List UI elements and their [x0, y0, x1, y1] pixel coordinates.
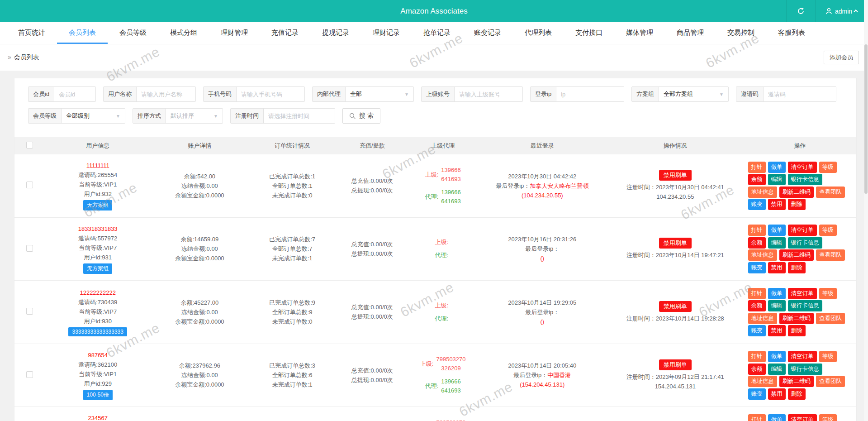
- action-button[interactable]: 禁用: [768, 325, 786, 336]
- select-all-checkbox[interactable]: [26, 142, 33, 148]
- filter-label: 注册时间: [231, 109, 264, 123]
- action-button[interactable]: 打针: [748, 288, 766, 299]
- nav-tab[interactable]: 首页统计: [6, 22, 57, 44]
- action-button[interactable]: 余额: [748, 300, 766, 311]
- member-id-input[interactable]: [54, 87, 95, 101]
- action-button[interactable]: 编辑: [768, 237, 786, 249]
- action-button[interactable]: 银行卡信息: [788, 364, 823, 375]
- action-button[interactable]: 查看团队: [816, 313, 845, 324]
- invite-code-input[interactable]: [764, 87, 836, 101]
- nav-tab[interactable]: 抢单记录: [412, 22, 462, 44]
- action-button[interactable]: 刷新二维码: [779, 376, 814, 387]
- action-button[interactable]: 银行卡信息: [788, 237, 823, 249]
- action-button[interactable]: 查看团队: [816, 376, 845, 387]
- action-button[interactable]: 禁用: [768, 262, 786, 273]
- status-badge[interactable]: 禁用刷单: [659, 170, 692, 181]
- sort-order-select[interactable]: 默认排序▼: [166, 109, 223, 123]
- action-button[interactable]: 刷新二维码: [779, 313, 814, 324]
- action-button[interactable]: 做单: [768, 288, 786, 299]
- nav-tab[interactable]: 媒体管理: [614, 22, 665, 44]
- nav-tab[interactable]: 充值记录: [260, 22, 310, 44]
- nav-tab[interactable]: 客服列表: [766, 22, 817, 44]
- action-button[interactable]: 清空订单: [788, 225, 817, 236]
- action-button[interactable]: 做单: [768, 225, 786, 236]
- status-badge[interactable]: 禁用刷单: [659, 238, 692, 249]
- status-badge[interactable]: 禁用刷单: [659, 301, 692, 312]
- nav-tab[interactable]: 会员等级: [108, 22, 158, 44]
- filter-label: 会员id: [28, 87, 54, 101]
- scrollbar-track[interactable]: [864, 0, 868, 421]
- nav-tab[interactable]: 模式分组: [158, 22, 209, 44]
- login-ip-input[interactable]: [556, 87, 624, 101]
- nav-tab[interactable]: 理财记录: [361, 22, 412, 44]
- action-button[interactable]: 禁用: [768, 388, 786, 400]
- action-button[interactable]: 清空订单: [788, 288, 817, 299]
- phone-input[interactable]: [237, 87, 304, 101]
- action-button[interactable]: 查看团队: [816, 249, 845, 261]
- action-button[interactable]: 刷新二维码: [779, 249, 814, 261]
- action-button[interactable]: 账变: [748, 388, 766, 400]
- refresh-button[interactable]: [786, 0, 815, 22]
- action-button[interactable]: 等级: [819, 288, 837, 299]
- add-member-button[interactable]: 添加会员: [824, 51, 859, 64]
- action-button[interactable]: 刷新二维码: [779, 187, 814, 198]
- action-button[interactable]: 打针: [748, 225, 766, 236]
- action-button[interactable]: 做单: [768, 414, 786, 421]
- nav-tab[interactable]: 支付接口: [564, 22, 614, 44]
- nav-tab[interactable]: 交易控制: [716, 22, 766, 44]
- action-button[interactable]: 地址信息: [748, 376, 777, 387]
- action-button[interactable]: 银行卡信息: [788, 174, 823, 185]
- status-badge[interactable]: 禁用刷单: [659, 359, 692, 370]
- action-button[interactable]: 账变: [748, 199, 766, 210]
- username-input[interactable]: [137, 87, 195, 101]
- plan-group-select[interactable]: 全部方案组▼: [659, 87, 728, 101]
- action-button[interactable]: 地址信息: [748, 313, 777, 324]
- action-button[interactable]: 做单: [768, 162, 786, 173]
- action-button[interactable]: 查看团队: [816, 187, 845, 198]
- action-button[interactable]: 删除: [788, 262, 806, 273]
- nav-tab[interactable]: 商品管理: [665, 22, 716, 44]
- action-button[interactable]: 编辑: [768, 174, 786, 185]
- nav-tab[interactable]: 理财管理: [209, 22, 260, 44]
- action-button[interactable]: 删除: [788, 199, 806, 210]
- action-button[interactable]: 做单: [768, 351, 786, 362]
- member-level-select[interactable]: 全部级别▼: [62, 109, 125, 123]
- nav-tab[interactable]: 提现记录: [310, 22, 361, 44]
- action-button[interactable]: 账变: [748, 262, 766, 273]
- action-button[interactable]: 禁用: [768, 199, 786, 210]
- action-button[interactable]: 余额: [748, 174, 766, 185]
- row-checkbox[interactable]: [26, 245, 33, 252]
- reg-time-input[interactable]: [264, 109, 335, 123]
- action-button[interactable]: 等级: [819, 162, 837, 173]
- action-button[interactable]: 清空订单: [788, 414, 817, 421]
- action-button[interactable]: 等级: [819, 414, 837, 421]
- action-button[interactable]: 等级: [819, 351, 837, 362]
- action-button[interactable]: 打针: [748, 162, 766, 173]
- nav-tab[interactable]: 会员列表: [57, 22, 108, 44]
- parent-account-input[interactable]: [455, 87, 522, 101]
- action-button[interactable]: 等级: [819, 225, 837, 236]
- row-checkbox[interactable]: [26, 308, 33, 315]
- user-menu[interactable]: admin: [815, 0, 868, 22]
- nav-tab[interactable]: 账变记录: [462, 22, 513, 44]
- action-button[interactable]: 清空订单: [788, 351, 817, 362]
- scrollbar-thumb[interactable]: [864, 44, 868, 194]
- action-button[interactable]: 打针: [748, 351, 766, 362]
- action-button[interactable]: 编辑: [768, 364, 786, 375]
- internal-agent-select[interactable]: 全部▼: [346, 87, 413, 101]
- action-button[interactable]: 地址信息: [748, 187, 777, 198]
- action-button[interactable]: 打针: [748, 414, 766, 421]
- action-button[interactable]: 余额: [748, 364, 766, 375]
- action-button[interactable]: 清空订单: [788, 162, 817, 173]
- action-button[interactable]: 删除: [788, 388, 806, 400]
- action-button[interactable]: 删除: [788, 325, 806, 336]
- action-button[interactable]: 编辑: [768, 300, 786, 311]
- row-checkbox[interactable]: [26, 182, 33, 188]
- action-button[interactable]: 地址信息: [748, 249, 777, 261]
- row-checkbox[interactable]: [26, 371, 33, 378]
- action-button[interactable]: 余额: [748, 237, 766, 249]
- search-button[interactable]: 搜 索: [342, 108, 380, 124]
- action-button[interactable]: 账变: [748, 325, 766, 336]
- nav-tab[interactable]: 代理列表: [513, 22, 564, 44]
- action-button[interactable]: 银行卡信息: [788, 300, 823, 311]
